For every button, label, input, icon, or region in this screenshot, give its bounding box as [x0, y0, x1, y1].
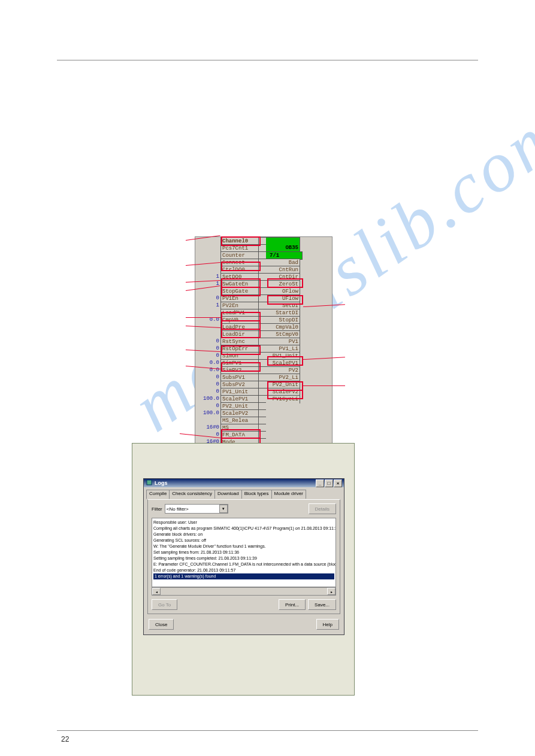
callout-line: [186, 317, 220, 318]
save-button[interactable]: Save...: [308, 599, 336, 610]
help-button[interactable]: Help: [316, 619, 339, 630]
details-button[interactable]: Details: [309, 503, 336, 514]
callout-line: [303, 385, 345, 386]
log-line: W: The "Generate Module Driver" function…: [153, 544, 334, 549]
log-line-selected[interactable]: 1 error(s) and 1 warning(s) found: [153, 573, 334, 579]
header-rule: [57, 60, 478, 60]
tab-check[interactable]: Check consistency: [169, 490, 215, 499]
log-output[interactable]: Responsible user: User Compiling all cha…: [152, 518, 336, 587]
log-line: Responsible user: User: [153, 520, 334, 526]
chevron-down-icon[interactable]: ▼: [219, 505, 228, 513]
goto-button[interactable]: Go To: [152, 599, 177, 610]
tab-panel: Filter <No filter> ▼ Details Responsible…: [147, 499, 340, 614]
close-dialog-button[interactable]: Close: [149, 619, 174, 630]
window-title: Logs: [155, 479, 315, 487]
log-line: Set sampling times from: 21.08.2013 09:1…: [153, 549, 334, 555]
log-line: Generating SCL sources: off: [153, 538, 334, 544]
app-icon: [146, 479, 153, 486]
tab-moduledriver[interactable]: Module driver: [271, 490, 306, 499]
tab-blocktypes[interactable]: Block types: [241, 490, 272, 499]
close-button[interactable]: ×: [334, 479, 342, 487]
filter-label: Filter: [152, 506, 162, 512]
window-titlebar[interactable]: Logs _ □ ×: [144, 479, 344, 487]
function-block-diagram: Channel0 Pcs7Cnt1OB35 Counter7/1 Connect…: [195, 236, 333, 453]
scroll-right-icon[interactable]: ▸: [327, 588, 335, 595]
scroll-left-icon[interactable]: ◂: [152, 588, 161, 595]
maximize-button[interactable]: □: [325, 479, 333, 487]
page-number: 22: [61, 735, 69, 743]
log-line: Setting sampling times completed: 21.08.…: [153, 555, 334, 561]
svg-rect-0: [147, 480, 152, 485]
tab-strip: Compile Check consistency Download Block…: [146, 490, 344, 499]
screenshot-panel: Logs _ □ × Compile Check consistency Dow…: [132, 443, 355, 696]
tab-download[interactable]: Download: [214, 490, 242, 499]
horizontal-scrollbar[interactable]: ◂ ▸: [152, 587, 336, 596]
filter-combo[interactable]: <No filter> ▼: [165, 504, 228, 514]
logs-window: Logs _ □ × Compile Check consistency Dow…: [143, 478, 344, 635]
tab-compile[interactable]: Compile: [146, 490, 170, 499]
print-button[interactable]: Print...: [279, 599, 306, 610]
log-line: Generate block drivers: on: [153, 532, 334, 538]
minimize-button[interactable]: _: [316, 479, 324, 487]
filter-value: <No filter>: [167, 506, 189, 512]
log-line: Compiling all charts as program SIMATIC …: [153, 526, 334, 532]
log-line: E: Parameter CFC_COUNTER.Channel 1.FM_DA…: [153, 561, 334, 567]
ob-header: OB35: [266, 244, 300, 251]
footer-rule: [57, 730, 478, 731]
log-line: End of code generator: 21.08.2013 09:11:…: [153, 567, 334, 573]
